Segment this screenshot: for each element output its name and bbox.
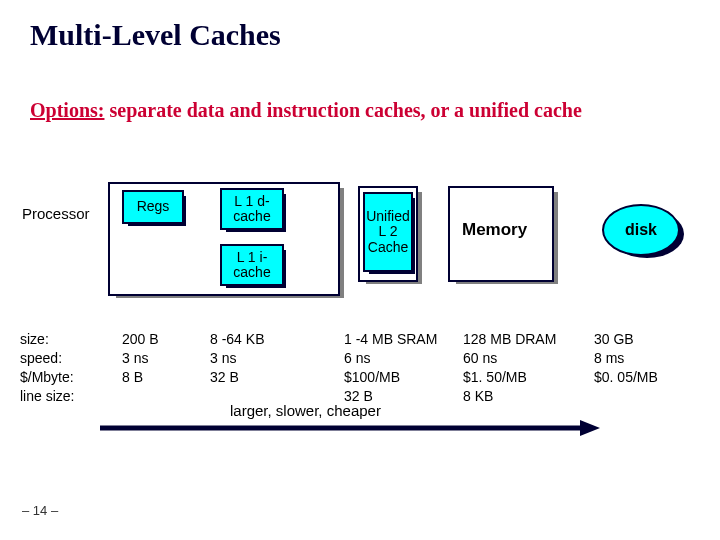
processor-label: Processor	[22, 205, 90, 222]
cell: $1. 50/MB	[463, 368, 573, 387]
arrow-icon	[100, 420, 600, 442]
slide-title: Multi-Level Caches	[30, 18, 281, 52]
memory-label: Memory	[462, 220, 527, 240]
col-disk: 30 GB 8 ms $0. 05/MB	[594, 330, 658, 387]
regs-box: Regs	[122, 190, 184, 224]
col-mem: 128 MB DRAM 60 ns $1. 50/MB 8 KB	[463, 330, 573, 406]
cell: 8 -64 KB	[210, 330, 264, 349]
cell: $100/MB	[344, 368, 437, 387]
l1-dcache-box: L 1 d-cache	[220, 188, 284, 230]
row-speed-label: speed:	[20, 349, 74, 368]
cell: 6 ns	[344, 349, 437, 368]
arrow-caption: larger, slower, cheaper	[230, 402, 381, 419]
subtitle-rest: separate data and instruction caches, or…	[104, 99, 581, 121]
col-l2: 1 -4 MB SRAM 6 ns $100/MB 32 B	[344, 330, 437, 406]
svg-marker-1	[580, 420, 600, 436]
l1-icache-box: L 1 i-cache	[220, 244, 284, 286]
l2-box: Unified L 2 Cache	[363, 192, 413, 272]
cell: 32 B	[210, 368, 264, 387]
cell: $0. 05/MB	[594, 368, 658, 387]
hierarchy-diagram: Processor Regs L 1 d-cache L 1 i-cache U…	[18, 176, 704, 316]
subtitle-options: Options:	[30, 99, 104, 121]
cell: 8 ms	[594, 349, 658, 368]
cell: 128 MB DRAM	[463, 330, 573, 349]
cell: 30 GB	[594, 330, 658, 349]
col-l1: 8 -64 KB 3 ns 32 B	[210, 330, 264, 387]
slide-subtitle: Options: separate data and instruction c…	[30, 98, 582, 123]
col-regs: 200 B 3 ns 8 B	[122, 330, 159, 387]
cell: 8 B	[122, 368, 159, 387]
cell: 3 ns	[122, 349, 159, 368]
cell: 60 ns	[463, 349, 573, 368]
arrow: larger, slower, cheaper	[100, 420, 600, 450]
page-number: – 14 –	[22, 503, 58, 518]
cell: 8 KB	[463, 387, 573, 406]
cell: 3 ns	[210, 349, 264, 368]
row-cost-label: $/Mbyte:	[20, 368, 74, 387]
cell: 1 -4 MB SRAM	[344, 330, 437, 349]
row-labels: size: speed: $/Mbyte: line size:	[20, 330, 74, 406]
cell: 200 B	[122, 330, 159, 349]
row-line-label: line size:	[20, 387, 74, 406]
row-size-label: size:	[20, 330, 74, 349]
disk-box: disk	[602, 204, 680, 256]
